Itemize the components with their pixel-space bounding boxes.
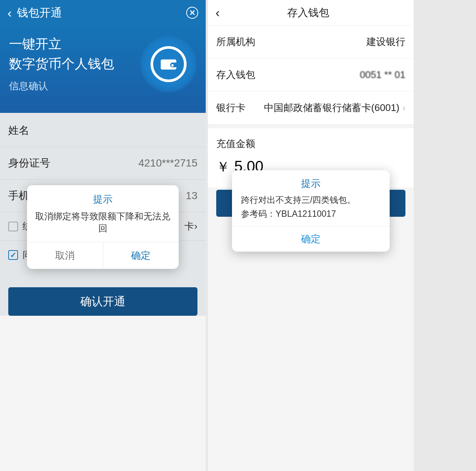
dialog-button-row: 取消 确定 (27, 242, 179, 269)
back-icon[interactable]: ‹ (215, 5, 220, 20)
org-row: 所属机构 建设银行 (208, 26, 414, 58)
right-phone-screen: ‹ 存入钱包 所属机构 建设银行 存入钱包 0051 ** 01 银行卡 中国邮… (208, 0, 414, 471)
right-title-bar: ‹ 存入钱包 (208, 0, 414, 26)
left-phone-screen: ‹ 钱包开通 ✕ 一键开立 数字货币个人钱包 信息确认 姓名 身份证号 4210… (0, 0, 206, 471)
dialog-message: 取消绑定将导致限额下降和无法兑回 (27, 210, 179, 242)
org-label: 所属机构 (216, 35, 255, 48)
deposit-label: 存入钱包 (216, 68, 255, 81)
dialog-ok-button[interactable]: 确定 (103, 242, 179, 269)
page-title: 存入钱包 (287, 6, 329, 20)
currency-symbol: ￥ (216, 158, 230, 176)
dialog-cancel-button[interactable]: 取消 (27, 242, 103, 269)
alert-dialog: 提示 跨行对出不支持三/四类钱包。 参考码：YBLA12110017 确定 (232, 170, 390, 252)
dialog-title: 提示 (27, 185, 179, 210)
amount-label: 充值金额 (208, 124, 414, 151)
card-label: 银行卡 (216, 101, 246, 114)
dialog-msg-line1: 跨行对出不支持三/四类钱包。 (241, 195, 355, 205)
org-value: 建设银行 (366, 35, 405, 48)
reference-code: YBLA12110017 (276, 209, 336, 219)
dialog-message: 跨行对出不支持三/四类钱包。 参考码：YBLA12110017 (232, 193, 390, 226)
dialog-ok-button[interactable]: 确定 (232, 226, 390, 252)
deposit-wallet-row[interactable]: 存入钱包 0051 ** 01 (208, 58, 414, 92)
deposit-value: 0051 ** 01 (360, 69, 405, 81)
reference-label: 参考码： (241, 209, 276, 219)
dialog-title: 提示 (232, 170, 390, 193)
card-value: 中国邮政储蓄银行储蓄卡(6001) (264, 101, 399, 114)
confirm-dialog: 提示 取消绑定将导致限额下降和无法兑回 取消 确定 (27, 185, 179, 269)
right-body: 所属机构 建设银行 存入钱包 0051 ** 01 银行卡 中国邮政储蓄银行储蓄… (208, 26, 414, 188)
bank-card-row[interactable]: 银行卡 中国邮政储蓄银行储蓄卡(6001) › (208, 92, 414, 124)
chevron-right-icon: › (402, 103, 405, 113)
